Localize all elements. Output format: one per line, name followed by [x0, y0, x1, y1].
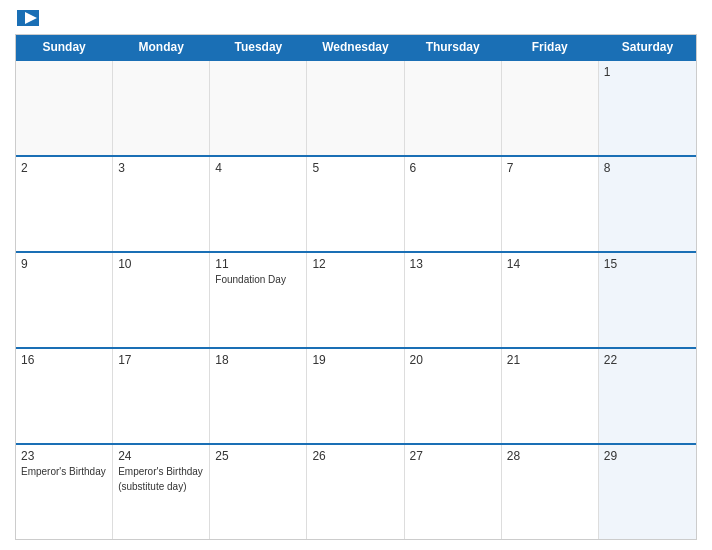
day-cell: 11Foundation Day — [210, 253, 307, 347]
day-header-monday: Monday — [113, 35, 210, 59]
day-header-saturday: Saturday — [599, 35, 696, 59]
day-number: 4 — [215, 161, 301, 175]
day-number: 29 — [604, 449, 691, 463]
week-row-4: 16171819202122 — [16, 347, 696, 443]
event-label: (substitute day) — [118, 480, 204, 493]
week-row-1: 1 — [16, 59, 696, 155]
day-cell: 9 — [16, 253, 113, 347]
day-number: 3 — [118, 161, 204, 175]
day-header-wednesday: Wednesday — [307, 35, 404, 59]
day-cell: 24Emperor's Birthday(substitute day) — [113, 445, 210, 539]
day-number: 1 — [604, 65, 691, 79]
day-header-tuesday: Tuesday — [210, 35, 307, 59]
day-cell: 25 — [210, 445, 307, 539]
day-cell: 20 — [405, 349, 502, 443]
day-number: 21 — [507, 353, 593, 367]
event-label: Emperor's Birthday — [118, 465, 204, 478]
day-cell: 27 — [405, 445, 502, 539]
day-cell — [307, 61, 404, 155]
day-number: 22 — [604, 353, 691, 367]
week-row-5: 23Emperor's Birthday24Emperor's Birthday… — [16, 443, 696, 539]
day-number: 10 — [118, 257, 204, 271]
day-cell — [113, 61, 210, 155]
day-number: 24 — [118, 449, 204, 463]
calendar-header — [15, 10, 697, 26]
day-cell: 2 — [16, 157, 113, 251]
day-cell: 12 — [307, 253, 404, 347]
logo — [15, 10, 41, 26]
week-row-2: 2345678 — [16, 155, 696, 251]
day-cell: 28 — [502, 445, 599, 539]
day-number: 14 — [507, 257, 593, 271]
day-cell — [16, 61, 113, 155]
day-cell — [405, 61, 502, 155]
day-number: 2 — [21, 161, 107, 175]
day-cell: 22 — [599, 349, 696, 443]
week-row-3: 91011Foundation Day12131415 — [16, 251, 696, 347]
day-number: 5 — [312, 161, 398, 175]
day-cell: 5 — [307, 157, 404, 251]
day-cell: 23Emperor's Birthday — [16, 445, 113, 539]
day-number: 8 — [604, 161, 691, 175]
day-number: 28 — [507, 449, 593, 463]
day-number: 19 — [312, 353, 398, 367]
event-label: Foundation Day — [215, 273, 301, 286]
day-cell: 16 — [16, 349, 113, 443]
day-header-thursday: Thursday — [405, 35, 502, 59]
day-number: 17 — [118, 353, 204, 367]
calendar-grid: SundayMondayTuesdayWednesdayThursdayFrid… — [15, 34, 697, 540]
day-cell: 4 — [210, 157, 307, 251]
day-cell: 26 — [307, 445, 404, 539]
day-number: 16 — [21, 353, 107, 367]
day-cell: 8 — [599, 157, 696, 251]
day-number: 13 — [410, 257, 496, 271]
day-number: 9 — [21, 257, 107, 271]
day-cell: 13 — [405, 253, 502, 347]
day-cell: 29 — [599, 445, 696, 539]
day-cell: 6 — [405, 157, 502, 251]
day-number: 25 — [215, 449, 301, 463]
day-header-friday: Friday — [502, 35, 599, 59]
day-cell: 18 — [210, 349, 307, 443]
day-cell: 21 — [502, 349, 599, 443]
day-number: 7 — [507, 161, 593, 175]
day-cell: 17 — [113, 349, 210, 443]
day-cell: 10 — [113, 253, 210, 347]
day-cell: 14 — [502, 253, 599, 347]
calendar-container: SundayMondayTuesdayWednesdayThursdayFrid… — [0, 0, 712, 550]
day-cell: 3 — [113, 157, 210, 251]
event-label: Emperor's Birthday — [21, 465, 107, 478]
day-number: 6 — [410, 161, 496, 175]
day-number: 18 — [215, 353, 301, 367]
day-headers-row: SundayMondayTuesdayWednesdayThursdayFrid… — [16, 35, 696, 59]
day-number: 15 — [604, 257, 691, 271]
day-number: 11 — [215, 257, 301, 271]
day-cell: 15 — [599, 253, 696, 347]
day-cell — [210, 61, 307, 155]
day-number: 20 — [410, 353, 496, 367]
logo-flag-icon — [17, 10, 39, 26]
day-cell — [502, 61, 599, 155]
day-header-sunday: Sunday — [16, 35, 113, 59]
calendar-weeks: 1234567891011Foundation Day1213141516171… — [16, 59, 696, 539]
day-cell: 19 — [307, 349, 404, 443]
day-cell: 1 — [599, 61, 696, 155]
day-number: 23 — [21, 449, 107, 463]
day-number: 26 — [312, 449, 398, 463]
day-number: 12 — [312, 257, 398, 271]
day-number: 27 — [410, 449, 496, 463]
day-cell: 7 — [502, 157, 599, 251]
